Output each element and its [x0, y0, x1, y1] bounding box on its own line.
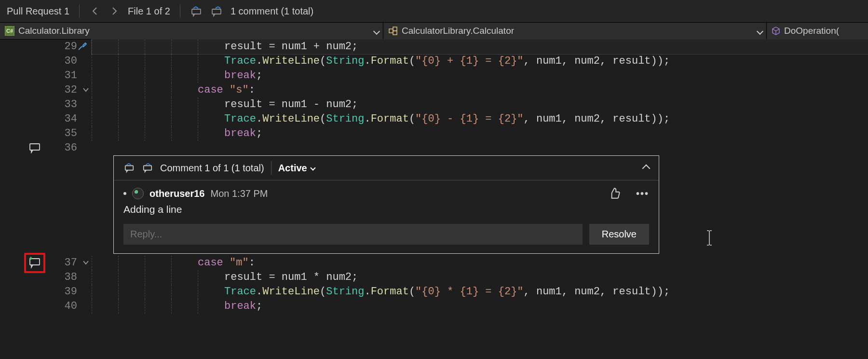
avatar — [132, 188, 144, 199]
comment-panel-header: Comment 1 of 1 (1 total) Active — [114, 156, 659, 180]
method-icon — [772, 27, 780, 35]
code-editor[interactable]: 2930313233343536 result = num1 + num2;Tr… — [0, 40, 868, 155]
svg-rect-0 — [192, 9, 201, 14]
comment-author: otheruser16 — [149, 188, 205, 199]
class-icon — [388, 26, 398, 36]
reply-input[interactable] — [123, 224, 583, 245]
comment-icon[interactable] — [29, 143, 41, 153]
pr-label: Pull Request 1 — [7, 6, 69, 17]
resolve-button[interactable]: Resolve — [589, 224, 649, 245]
chevron-down-icon — [758, 26, 762, 36]
comment-status-dropdown[interactable]: Active — [278, 163, 315, 174]
svg-rect-7 — [144, 166, 152, 170]
breadcrumb-bar: C# Calculator.Library CalculatorLibrary.… — [0, 23, 868, 40]
next-comment-button[interactable] — [210, 5, 223, 17]
code-line[interactable]: Trace.WriteLine(String.Format("{0} - {1}… — [92, 112, 868, 126]
code-line[interactable]: case "s": — [92, 83, 868, 97]
breadcrumb-class-label: CalculatorLibrary.Calculator — [402, 26, 514, 36]
chevron-down-icon — [374, 26, 379, 36]
svg-rect-1 — [212, 9, 221, 14]
separator — [180, 4, 180, 18]
breadcrumb-file[interactable]: C# Calculator.Library — [0, 23, 383, 39]
gutter-line: 38 — [0, 270, 92, 285]
code-line[interactable]: result = num1 + num2; — [92, 40, 868, 54]
gutter-line: 30 — [0, 54, 92, 69]
like-button[interactable] — [608, 187, 621, 200]
comment-timestamp: Mon 1:37 PM — [211, 188, 268, 199]
gutter-line: 31 — [0, 69, 92, 83]
comment-summary: 1 comment (1 total) — [231, 6, 313, 17]
next-comment-button[interactable] — [142, 163, 153, 173]
gutter-line: 39 — [0, 285, 92, 299]
svg-rect-2 — [389, 29, 393, 33]
code-line[interactable]: Trace.WriteLine(String.Format("{0} * {1}… — [92, 285, 868, 299]
code-line[interactable]: break; — [92, 299, 868, 314]
svg-rect-3 — [393, 27, 397, 31]
breadcrumb-method[interactable]: DoOperation( — [767, 23, 868, 39]
gutter-line: 40 — [0, 299, 92, 314]
code-line[interactable]: result = num1 * num2; — [92, 270, 868, 285]
comment-counter: Comment 1 of 1 (1 total) — [160, 163, 264, 174]
code-editor[interactable]: 37383940 case "m":result = num1 * num2;T… — [0, 256, 868, 359]
comment-more-menu[interactable]: ••• — [636, 188, 649, 199]
svg-rect-6 — [125, 166, 134, 170]
svg-rect-4 — [393, 31, 397, 35]
svg-rect-5 — [30, 144, 40, 150]
pr-toolbar: Pull Request 1 File 1 of 2 1 comment (1 … — [0, 0, 868, 23]
fold-toggle[interactable] — [82, 86, 90, 94]
comment-body: otheruser16 Mon 1:37 PM ••• Adding a lin… — [114, 180, 659, 224]
code-line[interactable]: case "m": — [92, 256, 868, 270]
next-file-button[interactable] — [108, 5, 120, 17]
comment-footer: Resolve — [114, 224, 659, 253]
csharp-file-icon: C# — [5, 26, 14, 36]
unread-dot-icon — [123, 192, 126, 195]
gutter-line: 37 — [0, 256, 92, 270]
separator — [79, 4, 80, 18]
code-line[interactable]: Trace.WriteLine(String.Format("{0} + {1}… — [92, 54, 868, 69]
file-position: File 1 of 2 — [128, 6, 170, 17]
code-line[interactable]: break; — [92, 69, 868, 83]
text-cursor-icon — [704, 230, 715, 246]
gutter-line: 33 — [0, 97, 92, 112]
chevron-down-icon — [310, 165, 315, 170]
comment-status-label: Active — [278, 163, 307, 174]
code-line[interactable] — [92, 141, 868, 155]
breadcrumb-file-label: Calculator.Library — [18, 26, 90, 36]
breadcrumb-method-label: DoOperation( — [784, 26, 839, 36]
prev-comment-button[interactable] — [190, 5, 203, 17]
prev-file-button[interactable] — [89, 5, 101, 17]
fold-toggle[interactable] — [82, 259, 90, 266]
comment-author-row: otheruser16 Mon 1:37 PM ••• — [123, 187, 649, 200]
gutter-line: 32 — [0, 83, 92, 97]
breadcrumb-class[interactable]: CalculatorLibrary.Calculator — [383, 23, 767, 39]
gutter-line: 34 — [0, 112, 92, 126]
gutter-line: 36 — [0, 141, 92, 155]
comment-thread-panel: Comment 1 of 1 (1 total) Active otheruse… — [113, 155, 659, 254]
collapse-thread-button[interactable] — [643, 163, 649, 174]
comment-text: Adding a line — [123, 204, 649, 215]
code-line[interactable]: break; — [92, 126, 868, 141]
gutter-line: 29 — [0, 40, 92, 54]
gutter-line: 35 — [0, 126, 92, 141]
screwdriver-icon[interactable] — [77, 41, 87, 51]
prev-comment-button[interactable] — [123, 163, 135, 173]
code-line[interactable]: result = num1 - num2; — [92, 97, 868, 112]
